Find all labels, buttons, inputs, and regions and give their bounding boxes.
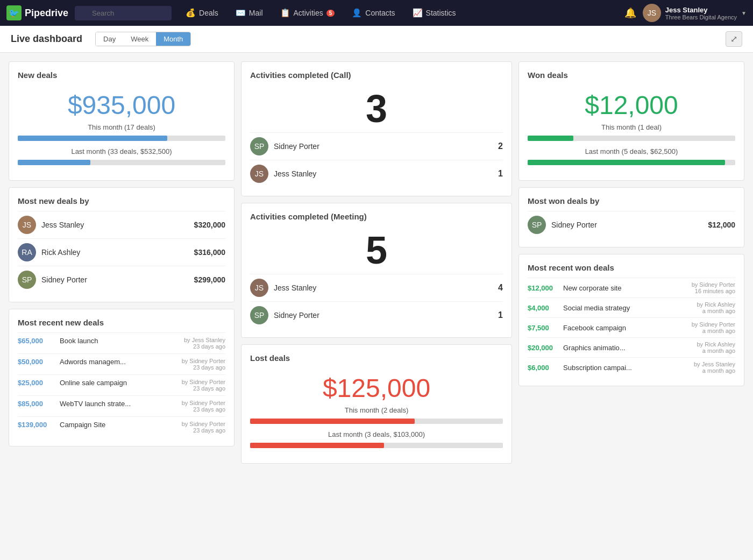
- activities-call-title: Activities completed (Call): [250, 70, 503, 80]
- person-name: Jess Stanley: [274, 169, 493, 178]
- nav-mail[interactable]: ✉️ Mail: [228, 5, 271, 21]
- mail-icon: ✉️: [236, 8, 246, 18]
- deal-by: by Sidney Porter: [182, 358, 225, 364]
- new-deals-amount: $935,000: [18, 85, 225, 123]
- nav-deals-label: Deals: [199, 9, 218, 17]
- nav-contacts[interactable]: 👤 Contacts: [344, 5, 402, 21]
- deal-name: Online sale campaign: [60, 379, 177, 387]
- list-item: $7,500 Facebook campaign by Sidney Porte…: [528, 317, 735, 337]
- table-row: JS Jess Stanley 4: [250, 274, 503, 301]
- lost-deals-this-month-fill: [250, 419, 415, 424]
- list-item: $6,000 Subscription campai... by Jess St…: [528, 357, 735, 377]
- period-selector: Day Week Month: [95, 32, 191, 46]
- won-deal-meta: by Rick Ashley a month ago: [697, 301, 735, 314]
- contacts-icon: 👤: [352, 8, 362, 18]
- list-item: $65,000 Book launch by Jess Stanley 23 d…: [18, 332, 225, 353]
- activities-badge: 5: [326, 10, 335, 17]
- subheader: Live dashboard Day Week Month ⤢: [0, 26, 753, 53]
- activities-meeting-count: 5: [250, 226, 503, 274]
- won-deals-this-month-bar: [528, 136, 735, 141]
- most-recent-new-deals-title: Most recent new deals: [18, 318, 225, 327]
- new-deals-this-month-fill: [18, 136, 167, 141]
- top-navigation: 🐦 Pipedrive 💰 Deals ✉️ Mail 📋 Activities…: [0, 0, 753, 26]
- list-item: $4,000 Social media strategy by Rick Ash…: [528, 297, 735, 317]
- avatar: SP: [18, 271, 36, 289]
- deal-time: 23 days ago: [182, 406, 225, 413]
- person-name: Jess Stanley: [274, 283, 493, 292]
- nav-mail-label: Mail: [249, 9, 263, 17]
- avatar: RA: [18, 243, 36, 261]
- left-column: New deals $935,000 This month (17 deals)…: [9, 61, 235, 464]
- won-deal-time: 16 minutes ago: [692, 288, 735, 294]
- won-deal-time: a month ago: [697, 348, 735, 354]
- deal-by: by Sidney Porter: [182, 400, 225, 406]
- deal-time: 23 days ago: [184, 343, 225, 350]
- avatar: JS: [18, 216, 36, 234]
- logo[interactable]: 🐦 Pipedrive: [6, 5, 68, 20]
- nav-deals[interactable]: 💰 Deals: [178, 5, 226, 21]
- nav-activities[interactable]: 📋 Activities 5: [273, 5, 343, 21]
- won-deal-time: a month ago: [697, 308, 735, 314]
- won-deal-meta: by Sidney Porter a month ago: [692, 321, 735, 334]
- deal-name: Adwords managem...: [60, 358, 177, 366]
- person-name: Sidney Porter: [41, 275, 189, 284]
- won-deal-by: by Sidney Porter: [692, 281, 735, 288]
- deal-amount: $65,000: [18, 337, 55, 345]
- most-new-deals-title: Most new deals by: [18, 196, 225, 205]
- won-deal-by: by Sidney Porter: [692, 321, 735, 328]
- won-deal-name: Graphics animatio...: [563, 344, 692, 352]
- period-week-button[interactable]: Week: [123, 32, 156, 46]
- won-deals-last-month-bar: [528, 160, 735, 165]
- deal-meta: by Sidney Porter 23 days ago: [182, 400, 225, 413]
- new-deals-this-month-label: This month (17 deals): [18, 123, 225, 131]
- most-won-deals-card: Most won deals by SP Sidney Porter $12,0…: [518, 187, 744, 247]
- search-input[interactable]: [75, 6, 172, 20]
- table-row: JS Jess Stanley $320,000: [18, 211, 225, 238]
- expand-button[interactable]: ⤢: [726, 31, 742, 47]
- table-row: RA Rick Ashley $316,000: [18, 238, 225, 266]
- list-item: $139,000 Campaign Site by Sidney Porter …: [18, 416, 225, 437]
- lost-deals-last-month-fill: [250, 443, 384, 448]
- won-deal-amount: $6,000: [528, 364, 559, 372]
- user-menu[interactable]: JS Jess Stanley Three Bears Digital Agen…: [643, 4, 747, 22]
- deal-time: 23 days ago: [182, 364, 225, 371]
- avatar: JS: [250, 165, 268, 183]
- person-name: Sidney Porter: [551, 221, 702, 229]
- deal-time: 23 days ago: [182, 427, 225, 434]
- most-won-deals-title: Most won deals by: [528, 196, 735, 205]
- new-deals-title: New deals: [18, 70, 225, 80]
- deal-by: by Sidney Porter: [182, 421, 225, 427]
- won-deal-name: Facebook campaign: [563, 324, 687, 332]
- new-deals-card: New deals $935,000 This month (17 deals)…: [9, 61, 235, 181]
- nav-right: 🔔 JS Jess Stanley Three Bears Digital Ag…: [624, 4, 747, 22]
- period-day-button[interactable]: Day: [96, 32, 123, 46]
- won-deal-name: Subscription campai...: [563, 364, 690, 372]
- notification-bell-icon[interactable]: 🔔: [624, 7, 636, 19]
- deal-by: by Jess Stanley: [184, 337, 225, 343]
- avatar: SP: [528, 216, 546, 234]
- won-deal-amount: $20,000: [528, 344, 559, 352]
- nav-contacts-label: Contacts: [365, 9, 395, 17]
- deal-amount: $85,000: [18, 400, 55, 408]
- user-name: Jess Stanley: [665, 6, 737, 14]
- search-wrap: [75, 6, 172, 20]
- statistics-icon: 📈: [413, 8, 423, 18]
- list-item: $20,000 Graphics animatio... by Rick Ash…: [528, 337, 735, 357]
- lost-deals-this-month-label: This month (2 deals): [250, 406, 503, 414]
- won-deal-by: by Jess Stanley: [694, 361, 735, 367]
- right-column: Won deals $12,000 This month (1 deal) La…: [518, 61, 744, 464]
- most-recent-new-deals-card: Most recent new deals $65,000 Book launc…: [9, 309, 235, 446]
- lost-deals-this-month-bar: [250, 419, 503, 424]
- deal-amount: $139,000: [18, 421, 55, 429]
- won-deals-last-month-label: Last month (5 deals, $62,500): [528, 147, 735, 155]
- nav-statistics[interactable]: 📈 Statistics: [405, 5, 464, 21]
- user-company: Three Bears Digital Agency: [665, 14, 737, 20]
- person-amount: $320,000: [194, 221, 225, 229]
- deal-name: Campaign Site: [60, 421, 177, 429]
- period-month-button[interactable]: Month: [156, 32, 190, 46]
- won-deal-by: by Rick Ashley: [697, 301, 735, 308]
- lost-deals-last-month-label: Last month (3 deals, $103,000): [250, 430, 503, 438]
- activities-icon: 📋: [280, 8, 290, 18]
- table-row: SP Sidney Porter 2: [250, 132, 503, 160]
- person-count: 4: [498, 283, 503, 293]
